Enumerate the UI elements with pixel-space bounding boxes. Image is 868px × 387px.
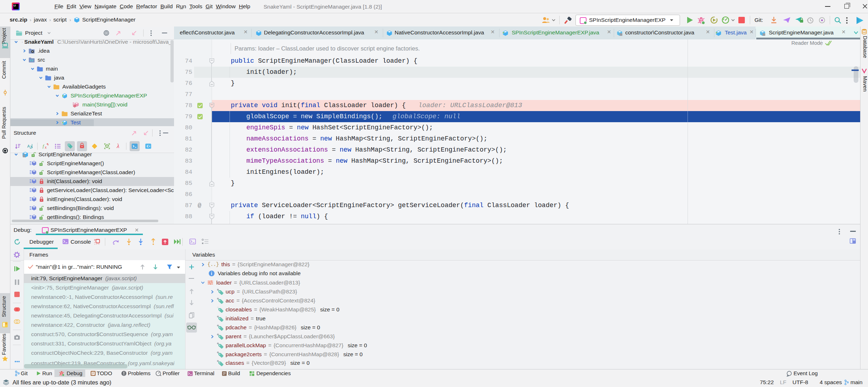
svg-text:x: x <box>45 145 47 149</box>
